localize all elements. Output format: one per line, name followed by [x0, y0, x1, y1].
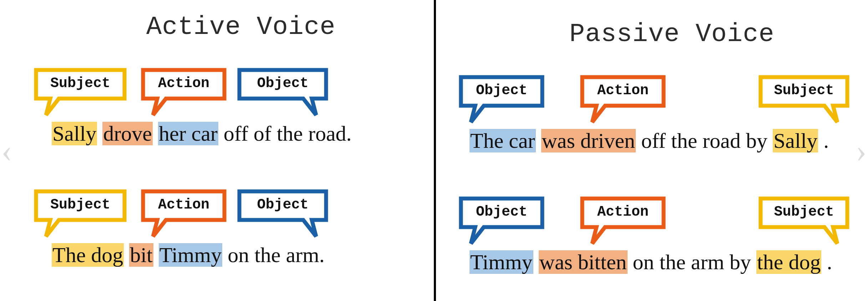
bubble-action: Action — [141, 189, 227, 239]
bubble-action: Action — [141, 68, 227, 118]
word-subject: Sally — [773, 129, 818, 152]
word-subject: Sally — [52, 122, 97, 145]
diagram-stage: ‹ › Active Voice Subject Action Object S… — [0, 0, 868, 301]
passive-sentence-2: Timmy was bitten on the arm by the dog . — [469, 250, 832, 275]
bubble-action-label: Action — [141, 189, 227, 220]
word-object: her car — [158, 122, 218, 145]
bubble-object-label: Object — [459, 196, 544, 227]
bubble-subject-label: Subject — [758, 75, 849, 106]
word-action: drove — [102, 122, 153, 145]
word-object: Timmy — [469, 250, 533, 274]
word-subject: The dog — [52, 243, 124, 267]
bubble-object-label: Object — [459, 75, 544, 106]
bubble-object: Object — [237, 189, 328, 239]
bubble-action: Action — [580, 196, 666, 246]
bubble-subject-label: Subject — [34, 189, 127, 220]
passive-sentence-1: The car was driven off the road by Sally… — [469, 129, 829, 153]
word-end: . — [823, 129, 829, 152]
bubble-object: Object — [459, 75, 544, 125]
word-object: The car — [469, 129, 536, 152]
bubble-action: Action — [580, 75, 666, 125]
passive-voice-title: Passive Voice — [569, 20, 775, 49]
word-action: was driven — [541, 129, 636, 152]
word-mid: on the arm by — [633, 250, 757, 274]
active-voice-panel: Active Voice Subject Action Object Sally… — [0, 0, 434, 301]
word-end: . — [827, 250, 832, 274]
bubble-subject-label: Subject — [34, 68, 127, 99]
bubble-subject: Subject — [758, 75, 849, 125]
bubble-object-label: Object — [237, 189, 328, 220]
word-rest: off of the road. — [224, 122, 352, 145]
word-action: was bitten — [539, 250, 628, 274]
bubble-action-label: Action — [580, 196, 666, 227]
bubble-subject: Subject — [758, 196, 849, 246]
bubble-subject: Subject — [34, 189, 127, 239]
bubble-object: Object — [459, 196, 544, 246]
word-object: Timmy — [159, 243, 223, 267]
bubble-object-label: Object — [237, 68, 328, 99]
passive-voice-panel: Passive Voice Object Action Subject The … — [434, 0, 868, 301]
word-rest: on the arm. — [228, 243, 325, 267]
word-subject: the dog — [756, 250, 821, 274]
bubble-action-label: Action — [141, 68, 227, 99]
bubble-subject: Subject — [34, 68, 127, 118]
active-sentence-1: Sally drove her car off of the road. — [52, 121, 352, 146]
word-mid: off the road by — [641, 129, 773, 152]
active-sentence-2: The dog bit Timmy on the arm. — [52, 243, 325, 267]
active-voice-title: Active Voice — [146, 12, 335, 42]
bubble-action-label: Action — [580, 75, 666, 106]
word-action: bit — [129, 243, 153, 267]
bubble-subject-label: Subject — [758, 196, 849, 227]
bubble-object: Object — [237, 68, 328, 118]
